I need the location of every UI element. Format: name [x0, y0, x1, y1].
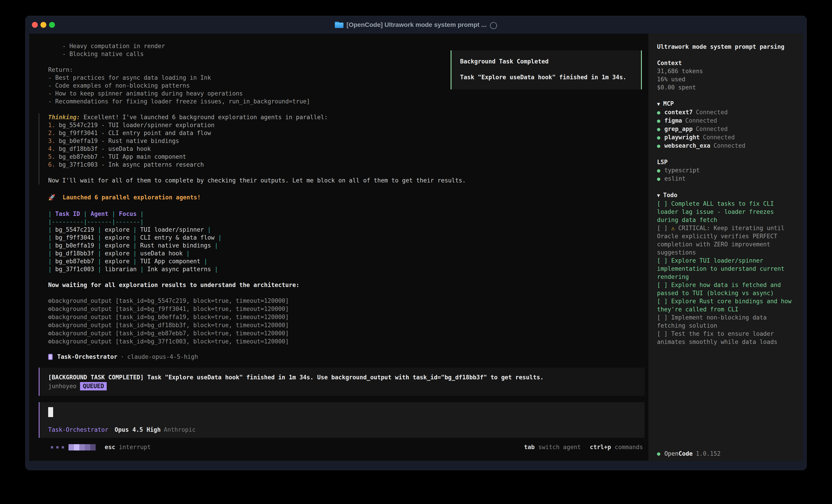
scrollback-line: - Recommendations for fixing loader free…	[48, 97, 648, 106]
table-cell: bg_eb87ebb7	[52, 258, 98, 264]
table-pipe: |	[48, 226, 52, 233]
table-row: | bg_df18bb3f | explore | useData hook |	[48, 250, 648, 257]
mcp-item: ●figmaConnected	[657, 116, 796, 125]
user-name: junhoyeo	[48, 382, 76, 390]
mcp-item: ●playwrightConnected	[657, 133, 796, 142]
green-dot-icon: ●	[657, 117, 660, 125]
table-pipe: |	[218, 234, 222, 241]
table-pipe: |	[214, 266, 218, 273]
close-button[interactable]	[32, 22, 38, 28]
todo-items: [ ] Complete ALL tasks to fix CLI loader…	[657, 200, 796, 346]
tool-call-line: ⚙background_output [task_id=bg_37f1c003,…	[48, 338, 648, 346]
table-cell: bg_df18bb3f	[52, 250, 98, 257]
thinking-item-text: bg_37f1c003 - Ink async patterns researc…	[59, 161, 204, 168]
todo-item: [ ] Complete ALL tasks to fix CLI loader…	[657, 200, 796, 224]
input-agent-name[interactable]: Task-Orchestrator	[48, 426, 108, 434]
thinking-item: 2. bg_f9ff3041 - CLI entry point and dat…	[48, 129, 648, 137]
launch-text: Launched 6 parallel exploration agents!	[62, 194, 201, 201]
tool-call-line: ⚙background_output [task_id=bg_df18bb3f,…	[48, 321, 648, 330]
table-cell: bg_37f1c003	[52, 266, 98, 273]
table-pipe: |	[98, 258, 101, 264]
todo-heading[interactable]: ▼Todo	[657, 191, 796, 200]
text-cursor	[48, 407, 53, 417]
todo-item: [ ] Implement non-blocking data fetching…	[657, 313, 796, 330]
thinking-item: 1. bg_5547c219 - TUI loader/spinner expl…	[48, 121, 648, 129]
app-version: 1.0.152	[696, 450, 721, 458]
context-stat: 31,686 tokens	[657, 67, 796, 75]
agent-line: Task-Orchestrator · claude-opus-4-5-high	[48, 353, 648, 361]
tool-call-text: background_output [task_id=bg_5547c219, …	[52, 298, 289, 304]
table-pipe: |	[204, 258, 208, 264]
table-cell: explore	[101, 226, 133, 233]
completed-message: [BACKGROUND TASK COMPLETED] Task "Explor…	[48, 373, 638, 382]
tool-call-line: ⚙background_output [task_id=bg_f9ff3041,…	[48, 305, 648, 313]
thinking-item-number: 2.	[48, 130, 59, 136]
esc-hint: esc interrupt	[105, 443, 151, 451]
context-stat: 16% used	[657, 75, 796, 83]
mcp-items: ●context7Connected●figmaConnected●grep_a…	[657, 108, 796, 150]
session-title: Ultrawork mode system prompt parsing	[657, 43, 796, 51]
terminal-window: [OpenCode] Ultrawork mode system prompt …	[25, 16, 807, 470]
gear-icon: ⚙	[48, 338, 52, 345]
table-cell: CLI entry & data flow	[136, 234, 218, 241]
thinking-item-number: 4.	[48, 145, 59, 152]
zoom-button[interactable]	[49, 22, 55, 28]
folder-icon	[335, 22, 343, 28]
lsp-item: ●typescript	[657, 166, 796, 174]
agents-table: | Task ID | Agent | Focus ||---------|--…	[29, 210, 648, 273]
thinking-item: 4. bg_df18bb3f - useData hook	[48, 145, 648, 153]
table-pipe: |	[140, 266, 144, 273]
status-dot-icon: ●	[657, 450, 660, 458]
mcp-item: ●context7Connected	[657, 108, 796, 116]
table-cell: Agent	[87, 211, 112, 217]
activity-spinner	[51, 444, 96, 450]
lsp-heading: LSP	[657, 158, 796, 166]
thinking-item: 6. bg_37f1c003 - Ink async patterns rese…	[48, 161, 648, 169]
tab-label: switch agent	[538, 443, 581, 451]
todo-item: [ ] Explore TUI loader/spinner implement…	[657, 256, 796, 281]
table-cell: Focus	[115, 211, 140, 217]
table-pipe: |	[98, 234, 101, 241]
brand-code: Code	[678, 450, 693, 458]
thinking-item-text: bg_f9ff3041 - CLI entry point and data f…	[59, 130, 211, 136]
table-pipe: |	[98, 242, 101, 249]
title-circle-icon: ◯	[490, 21, 497, 29]
table-cell: bg_b0effa19	[52, 242, 98, 249]
table-cell: explore	[101, 250, 133, 257]
gear-icon: ⚙	[48, 298, 52, 304]
todo-text: Test the fix to ensure loader animates s…	[657, 330, 777, 345]
todo-item: [ ] Explore how data is fetched and pass…	[657, 281, 796, 297]
thinking-item-number: 3.	[48, 138, 59, 144]
prompt-input[interactable]: Task-Orchestrator Opus 4.5 High Anthropi…	[38, 402, 645, 438]
tool-call-text: background_output [task_id=bg_37f1c003, …	[52, 338, 289, 345]
lsp-name: eslint	[664, 174, 685, 183]
todo-item: [ ] ⚠ CRITICAL: Keep iterating until Ora…	[657, 224, 796, 256]
tab-hint: tab switch agent	[524, 443, 581, 451]
window-title-group: [OpenCode] Ultrawork mode system prompt …	[26, 21, 806, 29]
minimize-button[interactable]	[41, 22, 46, 28]
ctrlp-key: ctrl+p	[590, 443, 611, 451]
table-pipe: |	[214, 242, 218, 249]
gear-icon: ⚙	[48, 322, 52, 329]
mcp-section: ▼MCP ●context7Connected●figmaConnected●g…	[657, 100, 796, 150]
table-cell: useData hook	[136, 250, 186, 257]
table-pipe: |	[207, 226, 211, 233]
table-pipe: |	[98, 226, 101, 233]
mcp-status: Connected	[696, 125, 728, 133]
esc-key: esc	[105, 443, 115, 451]
table-pipe: |	[133, 226, 137, 233]
mcp-item: ●websearch_exaConnected	[657, 142, 796, 150]
launch-announcement: 🚀 Launched 6 parallel exploration agents…	[48, 194, 648, 201]
table-cell: Task ID	[52, 211, 84, 217]
background-task-toast[interactable]: Background Task Completed Task "Explore …	[450, 50, 642, 89]
table-pipe: |	[133, 234, 137, 241]
table-pipe: |	[48, 234, 52, 241]
table-row: | bg_37f1c003 | librarian | Ink async pa…	[48, 265, 648, 273]
input-model-name[interactable]: Opus 4.5 High	[114, 426, 161, 434]
mcp-heading[interactable]: ▼MCP	[657, 100, 796, 108]
agent-name: Task-Orchestrator	[57, 353, 118, 361]
table-pipe: |	[48, 258, 52, 264]
thinking-item: 5. bg_eb87ebb7 - TUI App main component	[48, 153, 648, 161]
traffic-lights	[32, 16, 55, 34]
context-lines: 31,686 tokens16% used$0.00 spent	[657, 67, 796, 91]
